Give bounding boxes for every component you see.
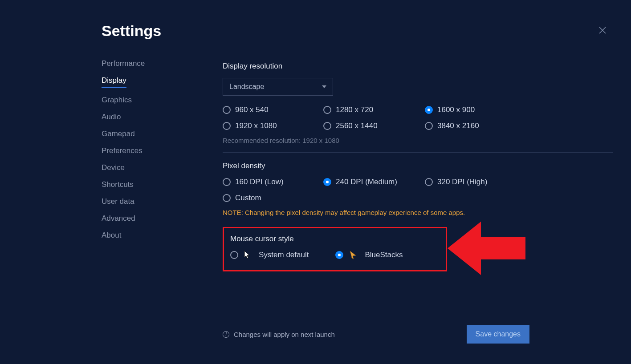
pixel-density-option-label: 160 DPI (Low) [235, 178, 284, 186]
pixel-density-note: NOTE: Changing the pixel density may aff… [223, 209, 613, 216]
chevron-down-icon [322, 85, 326, 88]
sidebar-item-shortcuts[interactable]: Shortcuts [102, 180, 134, 189]
pixel-density-option[interactable]: 160 DPI (Low) [223, 178, 323, 186]
page-title: Settings [102, 22, 613, 40]
resolution-option-label: 3840 x 2160 [437, 121, 479, 130]
footer-info-text: Changes will apply on next launch [234, 331, 335, 338]
save-changes-button[interactable]: Save changes [467, 325, 529, 344]
sidebar-item-advanced[interactable]: Advanced [102, 214, 135, 223]
resolution-option[interactable]: 1600 x 900 [425, 105, 526, 114]
radio-icon [425, 178, 433, 186]
radio-icon [223, 194, 231, 202]
sidebar-item-device[interactable]: Device [102, 163, 125, 172]
main-panel: Display resolution Landscape 960 x 54012… [223, 59, 613, 271]
mouse-cursor-title: Mouse cursor style [230, 235, 439, 243]
sidebar-item-user-data[interactable]: User data [102, 197, 134, 206]
radio-icon [335, 251, 343, 259]
pixel-density-option[interactable]: 320 DPI (High) [425, 178, 526, 186]
resolution-option-label: 1600 x 900 [437, 105, 475, 114]
resolution-option-label: 1920 x 1080 [235, 121, 277, 130]
pixel-density-option[interactable]: 240 DPI (Medium) [323, 178, 425, 186]
sidebar-item-audio[interactable]: Audio [102, 113, 121, 121]
sidebar: PerformanceDisplayGraphicsAudioGamepadPr… [102, 59, 223, 271]
mouse-cursor-section-highlight: Mouse cursor style System default [223, 227, 447, 271]
resolution-option[interactable]: 1280 x 720 [323, 105, 425, 114]
radio-icon [323, 122, 331, 130]
info-icon: i [223, 331, 229, 338]
resolution-option[interactable]: 2560 x 1440 [323, 121, 425, 130]
pixel-density-title: Pixel density [223, 162, 613, 170]
cursor-option-label: BlueStacks [365, 251, 403, 259]
radio-icon [323, 106, 331, 114]
radio-icon [323, 178, 331, 186]
radio-icon [425, 106, 433, 114]
resolution-option[interactable]: 1920 x 1080 [223, 121, 323, 130]
sidebar-item-preferences[interactable]: Preferences [102, 146, 142, 155]
divider [223, 152, 613, 153]
recommended-resolution: Recommended resolution: 1920 x 1080 [223, 137, 613, 144]
resolution-option[interactable]: 960 x 540 [223, 105, 323, 114]
sidebar-item-gamepad[interactable]: Gamepad [102, 129, 135, 138]
radio-icon [425, 122, 433, 130]
footer-info: i Changes will apply on next launch [223, 331, 335, 338]
resolution-option-label: 1280 x 720 [336, 105, 373, 114]
radio-icon [230, 251, 238, 259]
resolution-option-label: 2560 x 1440 [336, 121, 378, 130]
pixel-density-option-label: 320 DPI (High) [437, 178, 487, 186]
radio-icon [223, 178, 231, 186]
cursor-option-bluestacks[interactable]: BlueStacks [335, 251, 403, 259]
cursor-option-label: System default [259, 251, 309, 259]
display-resolution-title: Display resolution [223, 62, 613, 71]
pixel-density-option-label: Custom [235, 194, 261, 202]
orientation-value: Landscape [229, 83, 264, 91]
sidebar-item-about[interactable]: About [102, 231, 121, 240]
resolution-option-label: 960 x 540 [235, 105, 269, 114]
cursor-default-icon [244, 251, 251, 259]
radio-icon [223, 122, 231, 130]
cursor-option-system-default[interactable]: System default [230, 251, 309, 259]
orientation-dropdown[interactable]: Landscape [223, 78, 333, 96]
radio-icon [223, 106, 231, 114]
pixel-density-option-label: 240 DPI (Medium) [336, 178, 397, 186]
resolution-option[interactable]: 3840 x 2160 [425, 121, 526, 130]
sidebar-item-performance[interactable]: Performance [102, 59, 145, 68]
footer: i Changes will apply on next launch Save… [223, 325, 529, 344]
pixel-density-option[interactable]: Custom [223, 194, 323, 202]
cursor-bluestacks-icon [349, 251, 357, 259]
sidebar-item-graphics[interactable]: Graphics [102, 96, 132, 105]
sidebar-item-display[interactable]: Display [102, 76, 126, 88]
